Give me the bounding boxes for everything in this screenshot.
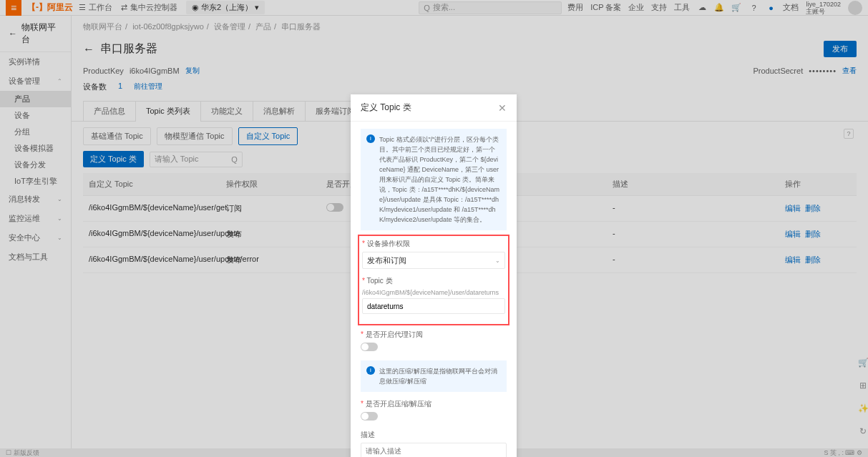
zip-info-box: i 这里的压缩/解压缩是指物联网平台会对消息做压缩/解压缩: [361, 360, 507, 392]
close-icon[interactable]: ✕: [498, 102, 507, 114]
define-topic-modal: 定义 Topic 类 ✕ i Topic 格式必须以"/"进行分层，区分每个类目…: [351, 94, 517, 457]
desc-textarea[interactable]: [361, 443, 507, 457]
proxy-label: 是否开启代理订阅: [361, 330, 507, 340]
desc-label: 描述: [361, 430, 507, 440]
zip-label: 是否开启压缩/解压缩: [361, 399, 507, 409]
proxy-toggle[interactable]: [361, 343, 378, 351]
chevron-down-icon: ⌄: [495, 257, 500, 264]
info-icon: i: [366, 134, 375, 143]
topic-input[interactable]: [362, 298, 505, 314]
info-icon: i: [366, 366, 375, 375]
modal-title: 定义 Topic 类: [361, 102, 411, 114]
topic-label: Topic 类: [362, 276, 505, 286]
info-box: i Topic 格式必须以"/"进行分层，区分每个类目。其中前三个类目已经规定好…: [361, 129, 507, 230]
topic-prefix: /i6ko4IGgmBM/${deviceName}/user/dataretu…: [362, 289, 505, 296]
perm-select[interactable]: 发布和订阅 ⌄: [362, 252, 505, 269]
zip-toggle[interactable]: [361, 412, 378, 421]
perm-label: 设备操作权限: [362, 239, 505, 249]
